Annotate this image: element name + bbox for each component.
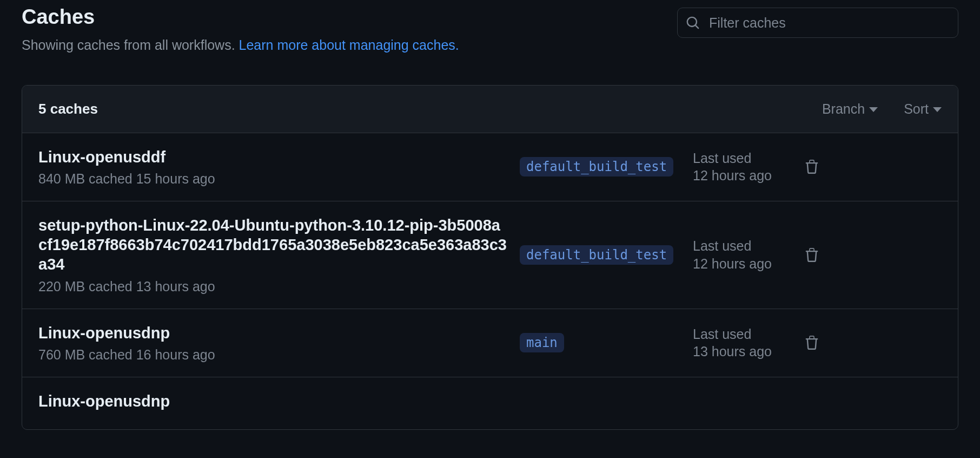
trash-icon [805,335,819,350]
delete-cache-button[interactable] [801,247,823,263]
trash-icon [805,247,819,263]
sort-filter-label: Sort [904,101,929,117]
delete-cache-button[interactable] [801,159,823,174]
last-used-label: Last used [693,325,790,343]
search-icon [686,16,700,30]
cache-meta: 840 MB cached 15 hours ago [38,171,509,187]
caches-count: 5 caches [38,101,98,117]
cache-meta: 220 MB cached 13 hours ago [38,279,509,295]
page-subtitle: Showing caches from all workflows. Learn… [22,35,677,56]
caches-panel-header: 5 caches Branch Sort [22,86,958,133]
cache-row: Linux-openusdnp 760 MB cached 16 hours a… [22,309,958,377]
cache-row: Linux-openusddf 840 MB cached 15 hours a… [22,133,958,201]
caret-down-icon [933,107,942,112]
search-container [677,8,958,38]
sort-filter-button[interactable]: Sort [904,101,942,117]
cache-name[interactable]: Linux-openusdnp [38,391,509,411]
caches-panel: 5 caches Branch Sort Linux-openusddf 840… [22,85,958,430]
cache-row: Linux-openusdnp [22,377,958,429]
cache-name[interactable]: Linux-openusddf [38,147,509,167]
branch-filter-label: Branch [822,101,865,117]
cache-meta: 760 MB cached 16 hours ago [38,347,509,363]
branch-pill[interactable]: default_build_test [520,157,673,176]
last-used-value: 13 hours ago [693,343,790,361]
last-used: Last used 13 hours ago [693,325,790,361]
cache-row: setup-python-Linux-22.04-Ubuntu-python-3… [22,201,958,309]
cache-name[interactable]: setup-python-Linux-22.04-Ubuntu-python-3… [38,215,509,274]
last-used-label: Last used [693,149,790,167]
last-used-value: 12 hours ago [693,167,790,185]
last-used: Last used 12 hours ago [693,149,790,185]
branch-filter-button[interactable]: Branch [822,101,878,117]
page-title: Caches [22,5,677,29]
last-used-value: 12 hours ago [693,255,790,273]
last-used: Last used 12 hours ago [693,237,790,272]
last-used-label: Last used [693,237,790,255]
subtitle-text: Showing caches from all workflows. [22,37,239,53]
trash-icon [805,159,819,174]
delete-cache-button[interactable] [801,335,823,350]
learn-more-link[interactable]: Learn more about managing caches. [239,37,459,53]
filter-caches-input[interactable] [677,8,958,38]
branch-pill[interactable]: default_build_test [520,245,673,265]
branch-pill[interactable]: main [520,333,564,352]
cache-name[interactable]: Linux-openusdnp [38,323,509,343]
caret-down-icon [869,107,878,112]
